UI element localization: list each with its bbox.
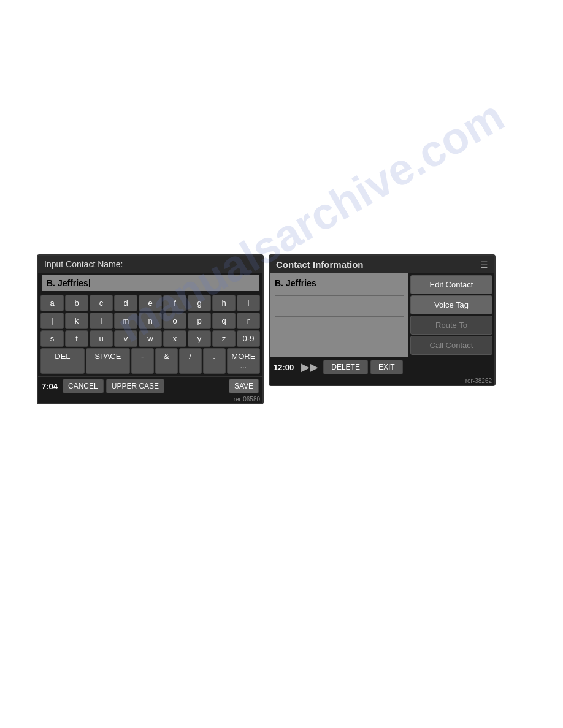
input-contact-name-header: Input Contact Name: (38, 256, 262, 273)
keyboard-row-1: a b c d e f g h i (40, 295, 260, 311)
key-r[interactable]: r (237, 313, 260, 329)
key-c[interactable]: c (90, 295, 113, 311)
key-b[interactable]: b (65, 295, 88, 311)
save-button[interactable]: SAVE (229, 379, 259, 393)
left-time-display: 7:04 (42, 382, 58, 391)
key-p[interactable]: p (188, 313, 211, 329)
key-del[interactable]: DEL (40, 348, 85, 374)
key-t[interactable]: t (65, 330, 88, 347)
contact-right-panel: Edit Contact Voice Tag Route To Call Con… (408, 273, 494, 357)
contact-name-display: B. Jeffries (275, 278, 404, 288)
key-i[interactable]: i (237, 295, 260, 311)
key-slash[interactable]: / (179, 348, 202, 374)
right-time-display: 12:00 (274, 363, 294, 372)
key-s[interactable]: s (40, 330, 64, 347)
key-z[interactable]: z (212, 330, 236, 347)
right-ref-label: rer-38262 (270, 377, 494, 385)
edit-contact-button[interactable]: Edit Contact (410, 275, 492, 294)
upper-case-button[interactable]: UPPER CASE (106, 379, 164, 393)
key-period[interactable]: . (203, 348, 226, 374)
exit-button[interactable]: EXIT (370, 360, 403, 374)
left-screen: Input Contact Name: B. Jeffries a b c d … (37, 254, 264, 404)
key-j[interactable]: j (40, 313, 64, 329)
right-screen: Contact Information ☰ B. Jeffries Edit C… (269, 254, 496, 386)
key-q[interactable]: q (212, 313, 236, 329)
contact-title-bar: Contact Information ☰ (270, 256, 494, 273)
contact-info-title: Contact Information (276, 259, 364, 270)
key-d[interactable]: d (114, 295, 137, 311)
page-container: manualsarchive.com Input Contact Name: B… (0, 0, 563, 728)
menu-icon[interactable]: ☰ (480, 260, 488, 270)
keyboard-area: a b c d e f g h i j k l m n o (38, 294, 262, 376)
key-h[interactable]: h (212, 295, 236, 311)
key-u[interactable]: u (90, 330, 113, 347)
key-f[interactable]: f (163, 295, 186, 311)
key-g[interactable]: g (188, 295, 211, 311)
key-w[interactable]: w (139, 330, 162, 347)
text-cursor (89, 279, 90, 287)
key-m[interactable]: m (114, 313, 137, 329)
contact-detail-line-2 (275, 306, 404, 306)
nav-map-icon: ▶▶ (299, 359, 321, 375)
keyboard-row-4: DEL SPACE - & / . MORE ... (40, 348, 260, 374)
voice-tag-button[interactable]: Voice Tag (410, 295, 492, 314)
contact-body: B. Jeffries Edit Contact Voice Tag Route… (270, 273, 494, 357)
route-to-button[interactable]: Route To (410, 316, 492, 335)
cancel-button[interactable]: CANCEL (63, 379, 104, 393)
key-e[interactable]: e (139, 295, 162, 311)
key-y[interactable]: y (188, 330, 211, 347)
contact-name-input-display[interactable]: B. Jeffries (42, 275, 259, 291)
contact-detail-line-1 (275, 295, 404, 296)
contact-detail-line-3 (275, 316, 404, 317)
keyboard-row-2: j k l m n o p q r (40, 313, 260, 329)
key-v[interactable]: v (114, 330, 137, 347)
key-o[interactable]: o (163, 313, 186, 329)
key-a[interactable]: a (40, 295, 64, 311)
input-value-text: B. Jeffries (47, 278, 88, 288)
key-ampersand[interactable]: & (155, 348, 178, 374)
key-dash[interactable]: - (131, 348, 154, 374)
key-l[interactable]: l (90, 313, 113, 329)
key-more[interactable]: MORE ... (227, 348, 260, 374)
input-header-label: Input Contact Name: (44, 259, 123, 269)
key-x[interactable]: x (163, 330, 186, 347)
call-contact-button[interactable]: Call Contact (410, 336, 492, 355)
key-n[interactable]: n (139, 313, 162, 329)
left-ref-label: rer-06580 (38, 395, 262, 403)
contact-left-panel: B. Jeffries (270, 273, 408, 357)
keyboard-row-3: s t u v w x y z 0-9 (40, 330, 260, 347)
screens-row: Input Contact Name: B. Jeffries a b c d … (37, 254, 496, 404)
right-bottom-bar: 12:00 ▶▶ DELETE EXIT (270, 357, 494, 377)
key-space[interactable]: SPACE (86, 348, 130, 374)
key-0-9[interactable]: 0-9 (237, 330, 260, 347)
delete-button[interactable]: DELETE (323, 360, 368, 374)
left-bottom-bar: 7:04 CANCEL UPPER CASE SAVE (38, 376, 262, 395)
key-k[interactable]: k (65, 313, 88, 329)
